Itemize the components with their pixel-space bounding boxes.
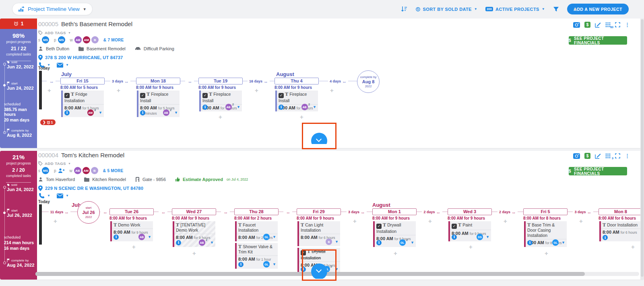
camera-icon[interactable] (573, 153, 580, 159)
project-scope-dropdown[interactable]: 300 ACTIVE PROJECTS ▼ (485, 7, 545, 12)
resize-arrows-icon[interactable]: ↔ (224, 210, 228, 214)
avatar[interactable]: B (91, 36, 99, 43)
add-task-plus-icon[interactable]: + (330, 87, 334, 94)
card-expand-chevron[interactable]: ▼ (335, 267, 339, 271)
resize-arrows-icon[interactable]: ↔ (286, 210, 291, 214)
chevron-down-icon[interactable]: ▼ (66, 63, 69, 67)
card-expand-chevron[interactable]: ▼ (148, 235, 151, 239)
day-header[interactable]: Tue 26 (109, 208, 154, 215)
day-header[interactable]: Fri 5 (523, 208, 568, 215)
info-icon[interactable]: i (238, 262, 244, 267)
task-card[interactable]: ✓TFireplace Install 8:00 AM for 9 hours … (199, 91, 242, 111)
info-icon[interactable]: i (452, 235, 457, 240)
task-card[interactable]: TDoor Installation 8:00 AM for 6 hours i (599, 221, 642, 241)
info-icon[interactable]: i (301, 267, 306, 272)
add-task-plus-icon[interactable]: + (117, 87, 120, 94)
grid-view-icon[interactable]: 9 (605, 153, 611, 158)
avatar[interactable]: AB (163, 109, 169, 116)
avatar[interactable]: AB (301, 104, 308, 110)
cash-icon[interactable]: $ (584, 153, 590, 159)
info-icon[interactable]: i (603, 235, 608, 240)
avatar[interactable]: AB (199, 239, 205, 246)
card-expand-chevron[interactable]: ▼ (210, 241, 214, 245)
vertical-scrollbar-thumb[interactable] (641, 19, 644, 277)
task-checkbox[interactable]: ✓ (202, 93, 208, 98)
avatar[interactable]: AB (138, 234, 145, 240)
resize-arrows-icon[interactable]: ↔ (342, 79, 347, 84)
add-task-plus-icon[interactable]: + (255, 87, 258, 94)
resize-arrows-icon[interactable]: ↔ (161, 210, 166, 214)
resize-arrows-icon[interactable]: ↔ (587, 210, 592, 214)
avatar[interactable]: MS (58, 36, 65, 43)
info-icon[interactable]: i (376, 240, 382, 245)
day-header[interactable]: Wed 3 (448, 208, 492, 215)
kebab-menu-icon[interactable]: ⋮ (625, 22, 630, 28)
avatar[interactable]: MS (42, 167, 49, 174)
info-icon[interactable]: i (140, 110, 145, 115)
task-card[interactable]: ✓TPaint 8:00 AM for 9 hours i DS ▼ (448, 221, 491, 241)
task-checkbox[interactable]: ✓ (64, 93, 70, 98)
add-tags-button[interactable]: ADD TAGS ▼ (38, 161, 71, 166)
info-icon[interactable]: i (527, 240, 533, 245)
day-header[interactable]: Thu 28 (234, 208, 279, 215)
task-card[interactable]: TFaucet Installation 8:00 AM for 2 hours… (235, 221, 278, 241)
timer-badge[interactable]: ❯ 1 (40, 119, 56, 125)
info-icon[interactable]: i (202, 105, 208, 110)
add-task-plus-icon[interactable]: + (394, 250, 397, 257)
add-task-plus-icon[interactable]: + (631, 243, 635, 250)
card-expand-chevron[interactable]: ▼ (561, 241, 565, 245)
day-header[interactable]: Fri 15 (60, 78, 105, 84)
add-project-button[interactable]: + ADD A NEW PROJECT (567, 4, 629, 14)
project-address[interactable]: 229 N SCENIC DR E WASHINGTON, UT 84780 (38, 185, 143, 191)
see-project-financials-button[interactable]: $ SEE PROJECT FINANCIALS (569, 36, 627, 45)
day-header[interactable]: Tue 19 (198, 78, 243, 84)
avatar[interactable]: AM (87, 109, 94, 116)
avatar[interactable]: GL (263, 234, 270, 240)
phone-icon[interactable] (39, 193, 45, 199)
more-team-link[interactable]: & 5 MORE (103, 169, 124, 173)
see-project-financials-button[interactable]: $ SEE PROJECT FINANCIALS (569, 167, 627, 175)
info-icon[interactable]: i (176, 240, 181, 245)
card-expand-chevron[interactable]: ▼ (411, 241, 414, 245)
add-task-plus-icon[interactable]: + (545, 250, 548, 257)
add-task-plus-icon[interactable]: + (219, 113, 222, 120)
edit-icon[interactable] (595, 22, 601, 28)
avatar[interactable]: GL (399, 239, 406, 246)
resize-arrows-icon[interactable]: ↔ (361, 210, 365, 214)
cash-icon[interactable]: $ (584, 22, 590, 28)
chevron-down-icon[interactable]: ▼ (66, 194, 69, 198)
avatar[interactable]: DS (477, 234, 483, 240)
vertical-scrollbar-track[interactable] (640, 19, 644, 280)
task-card[interactable]: TShower Valve & Trim Kit 8:00 AM for 1 h… (235, 243, 278, 269)
avatar[interactable]: MS (42, 36, 49, 43)
task-card[interactable]: ✓TFridge Installation 8:00 AM for 5 hour… (61, 91, 104, 117)
info-icon[interactable]: i (279, 105, 284, 110)
add-task-plus-icon[interactable]: + (54, 218, 57, 224)
day-header[interactable]: Fri 29 (297, 208, 341, 215)
more-team-link[interactable]: & 7 MORE (103, 38, 124, 42)
avatar[interactable]: GL (263, 261, 270, 267)
avatar[interactable]: B (326, 239, 332, 245)
add-task-plus-icon[interactable]: + (353, 218, 357, 224)
sort-by-dropdown[interactable]: $ SORT BY SOLD DATE ▼ (415, 7, 478, 12)
fullscreen-icon[interactable] (615, 22, 620, 27)
task-checkbox[interactable]: ✓ (376, 224, 382, 229)
project-address[interactable]: 378 S 200 W HURRICANE, UT 84737 (38, 55, 123, 60)
resize-arrows-icon[interactable]: ↔ (188, 79, 192, 84)
card-expand-chevron[interactable]: ▼ (272, 235, 276, 239)
card-expand-chevron[interactable]: ▼ (99, 111, 102, 115)
task-card[interactable]: TBase Trim & Door Casing Installation 8:… (524, 221, 567, 247)
avatar[interactable]: AB (74, 167, 81, 174)
info-icon[interactable]: i (114, 235, 119, 240)
task-checkbox[interactable]: ✓ (279, 93, 284, 98)
day-header[interactable]: Mon 18 (136, 78, 180, 84)
card-expand-chevron[interactable]: ▼ (174, 111, 178, 115)
avatar[interactable]: AB (74, 36, 82, 43)
resize-arrows-icon[interactable]: ↔ (512, 210, 516, 214)
resize-arrows-icon[interactable]: ↔ (50, 79, 54, 84)
day-header[interactable]: Wed 27 (172, 208, 216, 215)
chevron-down-icon[interactable]: ▼ (47, 194, 50, 198)
add-task-plus-icon[interactable]: + (47, 87, 51, 94)
today-marker-bar[interactable] (39, 71, 42, 109)
avatar[interactable]: AB (225, 104, 232, 110)
